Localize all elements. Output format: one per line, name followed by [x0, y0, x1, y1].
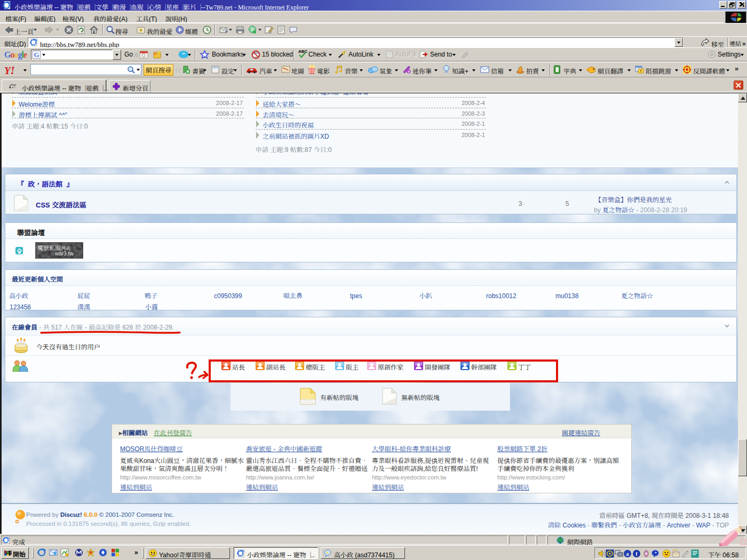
- svg-text:Y: Y: [408, 69, 410, 74]
- svg-text:a: a: [626, 551, 629, 557]
- svg-text:”: ”: [182, 51, 185, 58]
